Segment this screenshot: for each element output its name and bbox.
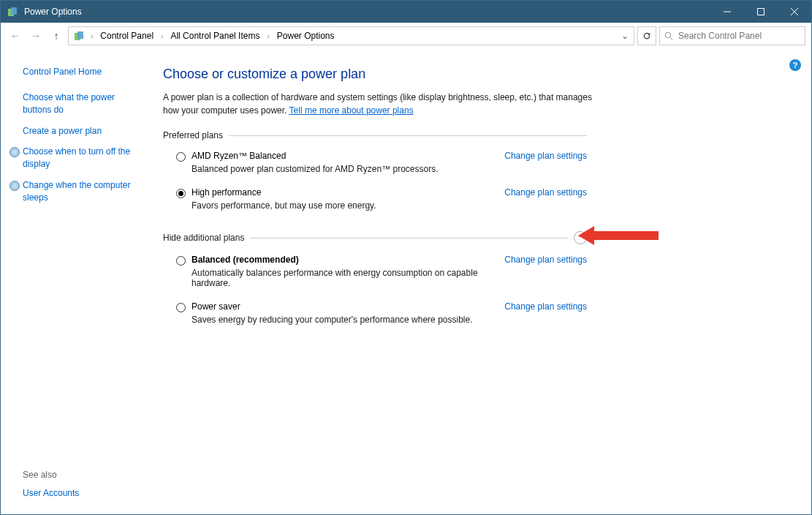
svg-rect-7 bbox=[77, 31, 83, 39]
see-also-user-accounts[interactable]: User Accounts bbox=[23, 487, 143, 500]
change-plan-settings-link[interactable]: Change plan settings bbox=[504, 301, 587, 325]
additional-plans-header[interactable]: Hide additional plans ⌃ bbox=[163, 231, 587, 244]
plan-name[interactable]: AMD Ryzen™ Balanced bbox=[191, 151, 496, 161]
breadcrumb-item[interactable]: Control Panel bbox=[97, 31, 156, 41]
page-title: Choose or customize a power plan bbox=[163, 67, 782, 82]
help-icon[interactable]: ? bbox=[789, 59, 801, 71]
svg-rect-3 bbox=[758, 9, 764, 15]
plan-radio-high-performance[interactable] bbox=[176, 189, 186, 198]
change-plan-settings-link[interactable]: Change plan settings bbox=[504, 187, 587, 211]
chevron-right-icon: › bbox=[264, 32, 272, 40]
svg-line-9 bbox=[670, 37, 672, 40]
plan-desc: Saves energy by reducing your computer's… bbox=[191, 315, 496, 325]
page-description: A power plan is a collection of hardware… bbox=[163, 91, 602, 117]
breadcrumb[interactable]: › Control Panel › All Control Panel Item… bbox=[68, 26, 634, 45]
plan-radio-balanced[interactable] bbox=[176, 256, 186, 266]
svg-point-8 bbox=[665, 32, 670, 37]
sidebar-link-power-buttons[interactable]: Choose what the power buttons do bbox=[23, 91, 143, 116]
sidebar-link-create-plan[interactable]: Create a power plan bbox=[23, 125, 143, 138]
learn-more-link[interactable]: Tell me more about power plans bbox=[289, 105, 414, 116]
search-input[interactable] bbox=[678, 31, 800, 41]
title-bar: Power Options bbox=[1, 1, 811, 23]
up-button[interactable]: ↑ bbox=[48, 27, 65, 45]
sidebar-link-turn-off-display[interactable]: Choose when to turn off the display bbox=[23, 146, 143, 170]
refresh-button[interactable] bbox=[637, 26, 656, 45]
plan-row: Balanced (recommended) Automatically bal… bbox=[163, 252, 587, 298]
forward-button[interactable]: → bbox=[27, 27, 45, 45]
change-plan-settings-link[interactable]: Change plan settings bbox=[504, 151, 587, 174]
plan-row: High performance Favors performance, but… bbox=[163, 184, 587, 221]
svg-rect-1 bbox=[11, 7, 17, 15]
nav-bar: ← → ↑ › Control Panel › All Control Pane… bbox=[1, 23, 811, 49]
control-panel-home-link[interactable]: Control Panel Home bbox=[23, 67, 143, 77]
plan-desc: Balanced power plan customized for AMD R… bbox=[191, 164, 496, 174]
chevron-right-icon: › bbox=[88, 32, 96, 40]
chevron-right-icon: › bbox=[158, 32, 166, 40]
sidebar-link-sleep[interactable]: Change when the computer sleeps bbox=[23, 179, 143, 204]
plan-desc: Automatically balances performance with … bbox=[191, 268, 496, 288]
plan-row: AMD Ryzen™ Balanced Balanced power plan … bbox=[163, 148, 587, 184]
plan-name[interactable]: High performance bbox=[191, 187, 496, 198]
plan-name[interactable]: Power saver bbox=[191, 301, 496, 312]
search-icon bbox=[664, 31, 674, 41]
plan-radio-power-saver[interactable] bbox=[176, 303, 186, 312]
chevron-up-icon[interactable]: ⌃ bbox=[574, 231, 587, 244]
breadcrumb-item[interactable]: All Control Panel Items bbox=[167, 31, 262, 41]
window-title: Power Options bbox=[24, 7, 710, 17]
main-panel: Choose or customize a power plan A power… bbox=[154, 49, 811, 514]
minimize-button[interactable] bbox=[710, 1, 744, 23]
preferred-plans-header: Preferred plans bbox=[163, 130, 587, 140]
plan-row: Power saver Saves energy by reducing you… bbox=[163, 298, 587, 335]
back-button[interactable]: ← bbox=[7, 27, 24, 45]
breadcrumb-item[interactable]: Power Options bbox=[274, 31, 338, 41]
breadcrumb-dropdown[interactable]: ⌄ bbox=[619, 31, 631, 41]
change-plan-settings-link[interactable]: Change plan settings bbox=[504, 255, 587, 288]
close-button[interactable] bbox=[778, 1, 811, 23]
sidebar: Control Panel Home Choose what the power… bbox=[1, 49, 154, 514]
plan-desc: Favors performance, but may use more ene… bbox=[191, 200, 496, 211]
see-also-label: See also bbox=[23, 470, 143, 480]
plan-name[interactable]: Balanced (recommended) bbox=[191, 255, 496, 265]
control-panel-icon bbox=[73, 30, 85, 42]
search-box[interactable] bbox=[659, 26, 805, 45]
plan-radio-amd[interactable] bbox=[176, 152, 186, 162]
app-icon bbox=[7, 6, 18, 18]
maximize-button[interactable] bbox=[744, 1, 778, 23]
